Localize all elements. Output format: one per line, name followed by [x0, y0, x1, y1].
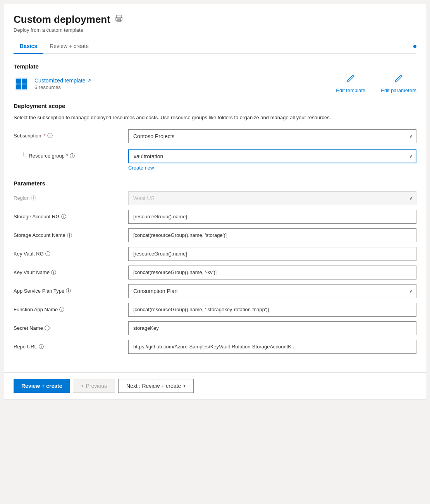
pencil-icon-params — [394, 74, 403, 86]
param-label-repo-url: Repo URL ⓘ — [14, 343, 122, 350]
resource-group-select[interactable]: vaultrotation — [128, 149, 416, 163]
subscription-required: * — [44, 133, 46, 139]
parameters-section-title: Parameters — [14, 180, 416, 187]
app-service-info-icon[interactable]: ⓘ — [66, 288, 71, 295]
tab-basics[interactable]: Basics — [14, 39, 43, 54]
param-row-secret-name: Secret Name ⓘ — [14, 321, 416, 335]
template-icon — [14, 76, 30, 92]
create-new-link[interactable]: Create new — [128, 165, 154, 171]
subscription-select-wrapper: Contoso Projects ∨ — [128, 129, 416, 143]
param-label-region: Region ⓘ — [14, 195, 122, 202]
tabs: Basics Review + create — [14, 39, 416, 54]
param-label-key-vault-name: Key Vault Name ⓘ — [14, 269, 122, 276]
app-service-select-wrapper: Consumption Plan ∨ — [128, 284, 416, 298]
param-control-key-vault-rg — [128, 247, 416, 261]
edit-template-label: Edit template — [336, 87, 365, 93]
resource-group-label: └ Resource group * ⓘ — [14, 149, 122, 159]
repo-url-info-icon[interactable]: ⓘ — [39, 343, 44, 350]
template-section-title: Template — [14, 63, 416, 70]
deployment-scope-title: Deployment scope — [14, 103, 416, 109]
next-button[interactable]: Next : Review + create > — [118, 379, 194, 393]
param-control-key-vault-name — [128, 266, 416, 279]
deployment-scope-section: Deployment scope Select the subscription… — [14, 103, 416, 171]
param-label-function-app-name: Function App Name ⓘ — [14, 306, 122, 313]
param-label-key-vault-rg: Key Vault RG ⓘ — [14, 250, 122, 257]
key-vault-name-input[interactable] — [128, 266, 416, 279]
tree-symbol: └ — [21, 153, 26, 159]
param-control-app-service-plan-type: Consumption Plan ∨ — [128, 284, 416, 298]
param-label-app-service-plan-type: App Service Plan Type ⓘ — [14, 288, 122, 295]
rg-select-wrapper: vaultrotation ∨ — [128, 149, 416, 163]
tab-indicator-dot — [413, 45, 416, 48]
param-row-region: Region ⓘ West US ∨ — [14, 191, 416, 205]
svg-rect-7 — [16, 84, 21, 89]
subscription-row: Subscription * ⓘ Contoso Projects ∨ — [14, 129, 416, 143]
app-service-plan-type-select[interactable]: Consumption Plan — [128, 284, 416, 298]
storage-account-rg-input[interactable] — [128, 210, 416, 224]
param-label-secret-name: Secret Name ⓘ — [14, 325, 122, 332]
storage-name-info-icon[interactable]: ⓘ — [67, 232, 72, 239]
region-info-icon[interactable]: ⓘ — [31, 195, 36, 202]
previous-button: < Previous — [73, 379, 115, 393]
print-icon[interactable] — [115, 15, 123, 24]
storage-account-name-input[interactable] — [128, 228, 416, 242]
rg-required: * — [66, 153, 68, 159]
param-row-key-vault-rg: Key Vault RG ⓘ — [14, 247, 416, 261]
param-control-storage-account-name — [128, 228, 416, 242]
edit-template-button[interactable]: Edit template — [336, 74, 365, 93]
param-control-region: West US ∨ — [128, 191, 416, 205]
param-label-storage-account-rg: Storage Account RG ⓘ — [14, 213, 122, 220]
key-vault-rg-input[interactable] — [128, 247, 416, 261]
template-name-link[interactable]: Customized template ↗ — [34, 77, 331, 84]
region-select-wrapper: West US ∨ — [128, 191, 416, 205]
resource-group-row: └ Resource group * ⓘ vaultrotation ∨ Cre… — [14, 149, 416, 171]
svg-rect-6 — [22, 79, 27, 84]
svg-rect-5 — [16, 79, 21, 84]
secret-name-input[interactable] — [128, 321, 416, 335]
subscription-select[interactable]: Contoso Projects — [128, 129, 416, 143]
template-info: Customized template ↗ 6 resources Edit t… — [14, 74, 416, 93]
storage-rg-info-icon[interactable]: ⓘ — [61, 213, 66, 220]
param-row-key-vault-name: Key Vault Name ⓘ — [14, 266, 416, 279]
page-subtitle: Deploy from a custom template — [14, 27, 416, 33]
key-vault-name-info-icon[interactable]: ⓘ — [51, 269, 56, 276]
function-app-name-input[interactable] — [128, 303, 416, 317]
main-content: Custom deployment Deploy from a custom t… — [4, 4, 426, 372]
param-row-app-service-plan-type: App Service Plan Type ⓘ Consumption Plan… — [14, 284, 416, 298]
function-app-name-info-icon[interactable]: ⓘ — [59, 306, 64, 313]
template-resources: 6 resources — [34, 84, 331, 90]
pencil-icon-template — [346, 74, 355, 86]
svg-rect-0 — [117, 15, 121, 18]
edit-parameters-button[interactable]: Edit parameters — [381, 74, 416, 93]
repo-url-input[interactable] — [128, 340, 416, 354]
param-control-storage-account-rg — [128, 210, 416, 224]
param-row-function-app-name: Function App Name ⓘ — [14, 303, 416, 317]
resource-group-control: vaultrotation ∨ Create new — [128, 149, 416, 171]
param-row-storage-account-rg: Storage Account RG ⓘ — [14, 210, 416, 224]
tab-review-create[interactable]: Review + create — [43, 39, 95, 54]
footer: Review + create < Previous Next : Review… — [4, 372, 426, 399]
svg-rect-8 — [22, 84, 27, 89]
page-title: Custom deployment — [14, 14, 110, 26]
review-create-button[interactable]: Review + create — [14, 379, 70, 393]
region-select[interactable]: West US — [128, 191, 416, 205]
param-control-secret-name — [128, 321, 416, 335]
tabs-spacer — [95, 45, 416, 48]
param-row-storage-account-name: Storage Account Name ⓘ — [14, 228, 416, 242]
subscription-control: Contoso Projects ∨ — [128, 129, 416, 143]
external-link-icon: ↗ — [87, 78, 91, 83]
svg-point-3 — [120, 19, 121, 19]
subscription-label: Subscription * ⓘ — [14, 129, 122, 139]
param-label-storage-account-name: Storage Account Name ⓘ — [14, 232, 122, 239]
rg-info-icon[interactable]: ⓘ — [70, 153, 75, 159]
secret-name-info-icon[interactable]: ⓘ — [45, 325, 50, 332]
subscription-info-icon[interactable]: ⓘ — [47, 132, 53, 139]
edit-parameters-label: Edit parameters — [381, 87, 416, 93]
key-vault-rg-info-icon[interactable]: ⓘ — [45, 250, 50, 257]
parameters-section: Parameters Region ⓘ West US ∨ — [14, 180, 416, 354]
param-control-repo-url — [128, 340, 416, 354]
template-section: Template Customized template ↗ — [14, 63, 416, 93]
template-actions: Edit template Edit parameters — [336, 74, 416, 93]
page-header: Custom deployment — [14, 14, 416, 26]
scope-description: Select the subscription to manage deploy… — [14, 114, 416, 122]
